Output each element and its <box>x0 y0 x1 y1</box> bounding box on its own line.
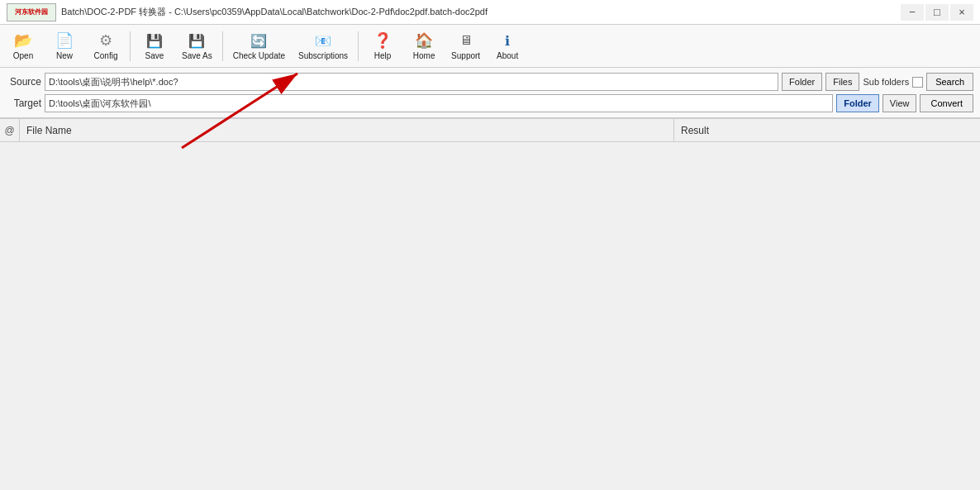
col-filename-header: File Name <box>20 119 674 141</box>
subfolders-label: Sub folders <box>863 77 909 87</box>
subscriptions-icon: 📧 <box>314 31 332 50</box>
new-icon: 📄 <box>55 31 74 50</box>
convert-button[interactable]: Convert <box>920 94 973 112</box>
config-icon: ⚙ <box>97 31 115 50</box>
minimize-button[interactable]: − <box>901 4 924 21</box>
col-result-header: Result <box>674 119 980 141</box>
save-button[interactable]: 💾 Save <box>135 28 174 64</box>
saveas-label: Save As <box>182 51 212 60</box>
close-button[interactable]: × <box>950 4 973 21</box>
open-label: Open <box>13 51 33 60</box>
new-label: New <box>56 51 73 60</box>
toolbar-separator-1 <box>130 31 131 61</box>
title-bar: 河东软件园 Batch\DOC-2-PDF 转换器 - C:\Users\pc0… <box>0 0 980 25</box>
target-label: Target <box>7 98 41 109</box>
target-folder-button[interactable]: Folder <box>836 94 879 112</box>
subscriptions-button[interactable]: 📧 Subscriptions <box>293 28 354 64</box>
about-label: About <box>497 51 518 60</box>
save-label: Save <box>145 51 164 60</box>
source-row: Source Folder Files Sub folders Search <box>7 73 973 91</box>
home-icon: 🏠 <box>415 31 433 50</box>
source-label: Source <box>7 76 41 88</box>
config-button[interactable]: ⚙ Config <box>86 28 126 64</box>
open-button[interactable]: 📂 Open <box>3 28 43 64</box>
source-files-button[interactable]: Files <box>825 73 859 91</box>
window-title: Batch\DOC-2-PDF 转换器 - C:\Users\pc0359\Ap… <box>61 6 488 18</box>
help-button[interactable]: ❓ Help <box>363 28 402 64</box>
config-label: Config <box>94 51 118 60</box>
subscriptions-label: Subscriptions <box>298 51 348 60</box>
maximize-button[interactable]: □ <box>925 4 949 21</box>
main-content: Source Folder Files Sub folders Search T… <box>0 68 980 490</box>
table-header: @ File Name Result <box>0 119 980 142</box>
checkupdate-icon: 🔄 <box>250 31 268 50</box>
checkupdate-button[interactable]: 🔄 Check Update <box>227 28 291 64</box>
title-bar-left: 河东软件园 Batch\DOC-2-PDF 转换器 - C:\Users\pc0… <box>7 3 488 21</box>
open-icon: 📂 <box>14 31 32 50</box>
table-area: @ File Name Result <box>0 119 980 142</box>
toolbar: 📂 Open 📄 New ⚙ Config 💾 Save 💾 Save As 🔄… <box>0 25 980 68</box>
saveas-button[interactable]: 💾 Save As <box>176 28 218 64</box>
help-icon: ❓ <box>373 31 392 50</box>
new-button[interactable]: 📄 New <box>45 28 84 64</box>
help-label: Help <box>374 51 392 60</box>
toolbar-separator-2 <box>222 31 223 61</box>
content-area: @ File Name Result <box>0 119 980 490</box>
window-controls: − □ × <box>901 4 973 21</box>
source-input[interactable] <box>45 73 778 91</box>
support-button[interactable]: 🖥 Support <box>445 28 486 64</box>
target-input[interactable] <box>45 94 833 112</box>
search-button[interactable]: Search <box>926 73 973 91</box>
support-label: Support <box>451 51 480 60</box>
saveas-icon: 💾 <box>188 31 206 50</box>
toolbar-separator-3 <box>358 31 359 61</box>
home-label: Home <box>413 51 435 60</box>
about-icon: ℹ <box>498 31 516 50</box>
home-button[interactable]: 🏠 Home <box>404 28 444 64</box>
support-icon: 🖥 <box>457 31 475 50</box>
checkupdate-label: Check Update <box>233 51 285 60</box>
save-icon: 💾 <box>145 31 164 50</box>
source-folder-button[interactable]: Folder <box>782 73 822 91</box>
col-at-header: @ <box>0 119 20 141</box>
about-button[interactable]: ℹ About <box>488 28 527 64</box>
target-view-button[interactable]: View <box>882 94 917 112</box>
form-area: Source Folder Files Sub folders Search T… <box>0 68 980 119</box>
target-row: Target Folder View Convert <box>7 94 973 112</box>
subfolders-checkbox[interactable] <box>912 77 923 88</box>
app-logo: 河东软件园 <box>7 3 56 21</box>
